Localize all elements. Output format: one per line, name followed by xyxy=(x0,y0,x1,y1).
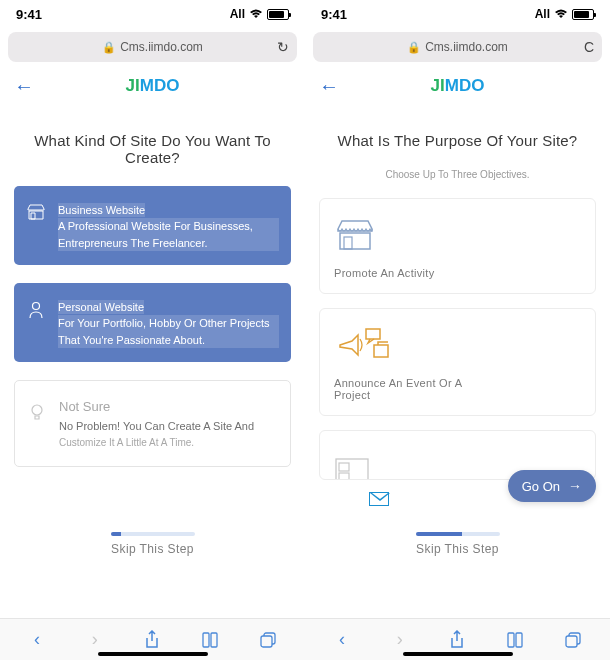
status-bar: 9:41 All xyxy=(305,0,610,28)
card-desc2: Customize It A Little At A Time. xyxy=(59,437,278,448)
wifi-icon xyxy=(554,9,568,19)
store-icon xyxy=(26,204,46,220)
status-carrier: All xyxy=(535,7,550,21)
option-card-business[interactable]: Business Website A Professional Website … xyxy=(14,186,291,265)
back-arrow-icon[interactable]: ← xyxy=(14,75,34,98)
card-desc: A Professional Website For Businesses, E… xyxy=(58,218,279,251)
svg-rect-9 xyxy=(339,463,349,471)
go-on-label: Go On xyxy=(522,479,560,494)
tile-announce[interactable]: Announce An Event Or A Project xyxy=(319,308,596,416)
card-desc: For Your Portfolio, Hobby Or Other Proje… xyxy=(58,315,279,348)
svg-rect-3 xyxy=(261,636,272,647)
status-bar: 9:41 All xyxy=(0,0,305,28)
svg-rect-10 xyxy=(339,473,349,480)
option-card-notsure[interactable]: Not Sure No Problem! You Can Create A Si… xyxy=(14,380,291,467)
tabs-icon[interactable] xyxy=(559,631,587,649)
app-bar: ← JIMDO xyxy=(305,66,610,106)
battery-icon xyxy=(267,9,289,20)
progress-bar xyxy=(111,532,195,536)
bookmarks-icon[interactable] xyxy=(196,632,224,648)
page-title: What Kind Of Site Do You Want To Create? xyxy=(14,132,291,166)
card-title: Personal Website xyxy=(58,300,144,314)
wifi-icon xyxy=(249,9,263,19)
tile-label: Announce An Event Or A Project xyxy=(334,377,464,401)
page-subtitle: Choose Up To Three Objectives. xyxy=(319,169,596,180)
bulb-icon xyxy=(27,403,47,423)
status-time: 9:41 xyxy=(321,7,347,22)
status-time: 9:41 xyxy=(16,7,42,22)
option-card-personal[interactable]: Personal Website For Your Portfolio, Hob… xyxy=(14,283,291,362)
lock-icon: 🔒 xyxy=(102,41,116,54)
back-arrow-icon[interactable]: ← xyxy=(319,75,339,98)
home-indicator xyxy=(403,652,513,656)
url-text: Cms.iimdo.com xyxy=(120,40,203,54)
url-text: Cms.iimdo.com xyxy=(425,40,508,54)
refresh-icon[interactable]: ↻ xyxy=(277,39,289,55)
url-bar[interactable]: 🔒 Cms.iimdo.com ↻ xyxy=(8,32,297,62)
battery-icon xyxy=(572,9,594,20)
status-carrier: All xyxy=(230,7,245,21)
home-indicator xyxy=(98,652,208,656)
refresh-icon[interactable]: C xyxy=(584,39,594,55)
card-title: Business Website xyxy=(58,203,145,217)
app-bar: ← JIMDO xyxy=(0,66,305,106)
page-title: What Is The Purpose Of Your Site? xyxy=(319,132,596,149)
nav-back-icon[interactable]: ‹ xyxy=(328,629,356,650)
card-title: Not Sure xyxy=(59,399,278,414)
url-bar[interactable]: 🔒 Cms.iimdo.com C xyxy=(313,32,602,62)
tile-promote[interactable]: Promote An Activity xyxy=(319,198,596,294)
logo: JIMDO xyxy=(431,76,485,96)
person-icon xyxy=(26,301,46,319)
envelope-icon xyxy=(369,492,389,506)
progress-bar xyxy=(416,532,500,536)
share-icon[interactable] xyxy=(443,630,471,650)
svg-point-1 xyxy=(32,405,42,415)
lock-icon: 🔒 xyxy=(407,41,421,54)
bookmarks-icon[interactable] xyxy=(501,632,529,648)
tabs-icon[interactable] xyxy=(254,631,282,649)
svg-point-0 xyxy=(33,303,40,310)
tile-label: Promote An Activity xyxy=(334,267,581,279)
svg-rect-7 xyxy=(374,345,388,357)
nav-back-icon[interactable]: ‹ xyxy=(23,629,51,650)
skip-link[interactable]: Skip This Step xyxy=(111,542,194,556)
nav-forward-icon: › xyxy=(386,629,414,650)
arrow-right-icon: → xyxy=(568,478,582,494)
svg-rect-6 xyxy=(366,329,380,339)
svg-rect-5 xyxy=(344,237,352,249)
logo: JIMDO xyxy=(126,76,180,96)
storefront-icon xyxy=(334,215,581,253)
go-on-button[interactable]: Go On → xyxy=(508,470,596,502)
card-desc: No Problem! You Can Create A Site And xyxy=(59,418,278,435)
megaphone-icon xyxy=(334,325,581,363)
share-icon[interactable] xyxy=(138,630,166,650)
svg-rect-12 xyxy=(566,636,577,647)
skip-link[interactable]: Skip This Step xyxy=(416,542,499,556)
nav-forward-icon: › xyxy=(81,629,109,650)
svg-rect-8 xyxy=(336,459,368,480)
